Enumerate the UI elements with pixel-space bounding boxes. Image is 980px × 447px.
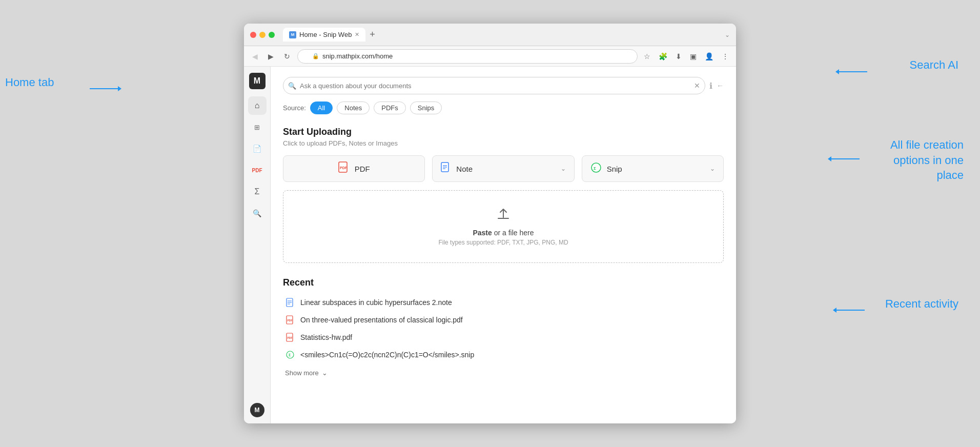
recent-item-3-name: Statistics-hw.pdf	[300, 333, 352, 341]
filter-notes-button[interactable]: Notes	[337, 101, 370, 114]
show-more-button[interactable]: Show more ⌄	[283, 365, 724, 381]
svg-text:Σ: Σ	[594, 166, 596, 170]
clear-search-button[interactable]: ✕	[694, 82, 700, 90]
annotation-file-creation: All file creation options in one place	[890, 137, 964, 183]
note-upload-icon	[441, 162, 451, 176]
filter-snips-button[interactable]: Snips	[410, 101, 442, 114]
recent-item-3[interactable]: PDF Statistics-hw.pdf	[283, 329, 724, 346]
annotation-search-ai: Search AI	[910, 58, 958, 72]
minimize-button[interactable]	[259, 32, 266, 38]
tab-title: Home - Snip Web	[299, 31, 352, 38]
extension-button[interactable]: 🧩	[657, 51, 669, 62]
sidebar-item-formulas[interactable]: Σ	[248, 182, 267, 201]
profile-button[interactable]: 👤	[703, 51, 716, 62]
sidebar-toggle[interactable]: ▣	[688, 51, 699, 62]
document-icon: 📄	[253, 145, 261, 153]
upload-subtitle: Click to upload PDFs, Notes or Images	[283, 139, 724, 147]
svg-text:PDF: PDF	[288, 336, 293, 339]
close-button[interactable]	[250, 32, 256, 38]
pdf-icon: PDF	[252, 168, 262, 173]
annotation-home-tab: Home tab	[5, 76, 54, 89]
browser-navbar: ◀ ▶ ↻ 🔒 snip.mathpix.com/home ☆ 🧩 ⬇ ▣ 👤 …	[244, 46, 736, 67]
recent-item-1[interactable]: Linear subspaces in cubic hypersurfaces …	[283, 294, 724, 311]
maximize-button[interactable]	[269, 32, 275, 38]
upload-note-button[interactable]: Note ⌄	[432, 155, 574, 182]
recent-item-1-name: Linear subspaces in cubic hypersurfaces …	[300, 298, 452, 307]
bookmark-button[interactable]: ☆	[642, 51, 652, 62]
drop-zone[interactable]: Paste or a file here File types supporte…	[283, 190, 724, 263]
menu-button[interactable]: ⋮	[720, 51, 731, 62]
arrow-home-tab	[90, 86, 121, 91]
tab-close-button[interactable]: ✕	[355, 31, 359, 38]
sidebar-item-pdf[interactable]: PDF	[248, 161, 267, 179]
search-icon: 🔍	[288, 82, 296, 90]
tab-favicon: M	[289, 31, 296, 38]
search-info-icon[interactable]: ℹ	[709, 81, 712, 91]
snip-dropdown-arrow: ⌄	[710, 165, 715, 172]
url-text: snip.mathpix.com/home	[322, 52, 393, 60]
tab-right-controls: ⌄	[725, 31, 730, 38]
upload-pdf-button[interactable]: PDF PDF	[283, 155, 425, 182]
recent-item-4-name: <smiles>Cn1c(=O)c2c(ncn2C)n(C)c1=O</smil…	[300, 351, 474, 359]
reload-button[interactable]: ↻	[281, 50, 293, 63]
snip-button-label: Snip	[607, 165, 622, 173]
search-ai-label: Search AI	[910, 58, 958, 71]
image-icon: 🔍	[253, 209, 261, 217]
grid-icon: ⊞	[254, 124, 260, 131]
drop-zone-text: Paste or a file here	[294, 229, 713, 237]
annotation-recent-activity: Recent activity	[885, 297, 958, 311]
sidebar-item-images[interactable]: 🔍	[248, 204, 267, 222]
user-avatar[interactable]: M	[250, 403, 264, 417]
arrow-file-creation	[828, 156, 860, 161]
home-tab-label: Home tab	[5, 76, 54, 89]
recent-title: Recent	[283, 277, 724, 288]
file-creation-line1: All file creation	[890, 137, 964, 153]
pdf-file-icon-2: PDF	[285, 315, 295, 325]
ai-search-icon[interactable]: ←	[717, 82, 724, 90]
note-file-icon	[285, 297, 295, 308]
svg-text:PDF: PDF	[340, 166, 348, 170]
sidebar-item-grid[interactable]: ⊞	[248, 118, 267, 136]
sidebar-item-home[interactable]: ⌂	[248, 96, 267, 115]
download-button[interactable]: ⬇	[673, 51, 684, 62]
file-creation-line3: place	[890, 168, 964, 183]
recent-item-2[interactable]: PDF On three-valued presentations of cla…	[283, 312, 724, 328]
show-more-label: Show more	[285, 369, 319, 377]
browser-titlebar: M Home - Snip Web ✕ + ⌄	[244, 24, 736, 46]
search-input-wrapper: 🔍 ✕	[283, 77, 705, 94]
search-bar-container: 🔍 ✕ ℹ ←	[283, 77, 724, 94]
sidebar-item-documents[interactable]: 📄	[248, 139, 267, 158]
nav-icons: ☆ 🧩 ⬇ ▣ 👤 ⋮	[642, 51, 731, 62]
file-creation-line2: options in one	[890, 153, 964, 168]
search-input[interactable]	[283, 77, 705, 94]
back-button[interactable]: ◀	[249, 50, 261, 63]
new-tab-button[interactable]: +	[365, 29, 379, 40]
forward-button[interactable]: ▶	[265, 50, 277, 63]
paste-label: Paste	[473, 229, 492, 237]
formula-icon: Σ	[255, 187, 260, 196]
pdf-upload-icon: PDF	[338, 161, 350, 176]
address-bar[interactable]: 🔒 snip.mathpix.com/home	[297, 49, 638, 64]
drop-zone-subtext: File types supported: PDF, TXT, JPG, PNG…	[294, 239, 713, 246]
source-filter: Source: All Notes PDFs Snips	[283, 101, 724, 114]
active-tab[interactable]: M Home - Snip Web ✕	[283, 28, 365, 42]
recent-item-2-name: On three-valued presentations of classic…	[300, 316, 463, 324]
svg-point-6	[591, 163, 601, 172]
pdf-file-icon-3: PDF	[285, 332, 295, 342]
filter-all-button[interactable]: All	[310, 101, 333, 114]
pdf-button-label: PDF	[355, 165, 370, 173]
recent-section: Recent Linear subspac	[283, 277, 724, 381]
svg-text:PDF: PDF	[288, 319, 293, 322]
upload-section: Start Uploading Click to upload PDFs, No…	[283, 127, 724, 263]
browser-window: M Home - Snip Web ✕ + ⌄ ◀ ▶ ↻ 🔒 snip.mat…	[244, 24, 736, 423]
drop-zone-rest: or a file here	[494, 229, 534, 237]
filter-pdfs-button[interactable]: PDFs	[374, 101, 406, 114]
app-logo: M	[249, 73, 266, 89]
svg-text:Σ: Σ	[289, 353, 291, 357]
recent-item-4[interactable]: Σ <smiles>Cn1c(=O)c2c(ncn2C)n(C)c1=O</sm…	[283, 347, 724, 363]
source-label: Source:	[283, 104, 306, 112]
upload-snip-button[interactable]: Σ Snip ⌄	[582, 155, 724, 182]
snip-upload-icon: Σ	[590, 162, 602, 176]
arrow-recent-activity	[833, 308, 865, 313]
address-security-icon: 🔒	[312, 53, 319, 59]
